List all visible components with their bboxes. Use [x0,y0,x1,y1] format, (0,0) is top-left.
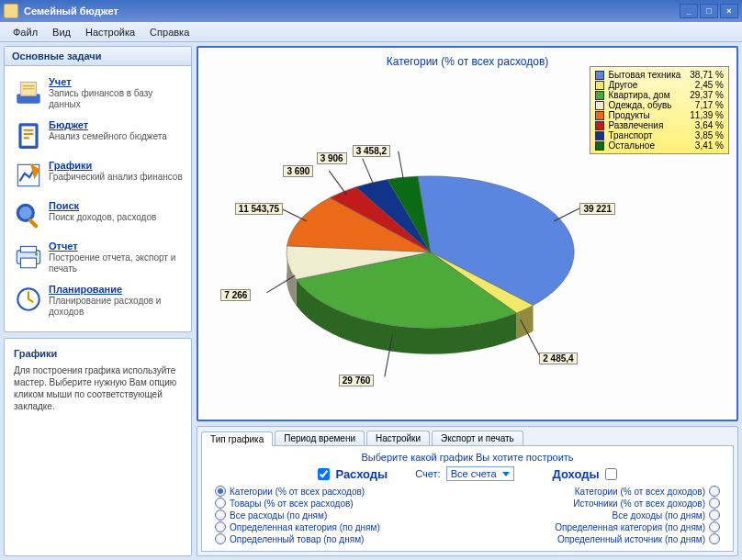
task-title: Планирование [49,284,184,295]
window-title: Семейный бюджет [24,6,118,17]
legend-item: Другое2,45 % [595,80,724,90]
svg-point-10 [35,252,38,255]
expenses-checkbox[interactable] [318,468,330,480]
tab-3[interactable]: Экспорт и печать [432,431,523,445]
option[interactable]: Все доходы (по дням) [467,510,724,521]
menu-help[interactable]: Справка [142,25,197,39]
radio[interactable] [709,533,720,544]
income-label: Доходы [553,467,600,481]
close-button[interactable]: × [720,4,738,18]
svg-line-18 [363,159,375,186]
legend-item: Остальное3,41 % [595,140,724,151]
option[interactable]: Определенный источник (по дням) [467,533,724,544]
controls-heading: Выберите какой график Вы хотите построит… [211,452,724,463]
radio[interactable] [215,486,226,497]
svg-point-5 [17,205,33,220]
svg-line-17 [329,171,346,195]
menubar: Файл Вид Настройка Справка [0,22,742,42]
tasks-list: УчетЗапись финансов в базу данныхБюджетА… [5,66,191,331]
tasks-header: Основные задачи [5,47,191,66]
account-label: Счет: [415,468,440,479]
task-desc: Графический анализ финансов [49,172,184,183]
legend-item: Развлечения3,64 % [595,120,724,130]
option[interactable]: Определенная категория (по дням) [467,521,724,532]
task-desc: Запись финансов в базу данных [49,88,184,110]
data-label: 39 221 [579,203,615,215]
maximize-button[interactable]: □ [700,4,718,18]
tab-1[interactable]: Период времени [275,431,365,445]
task-icon [12,200,45,231]
radio[interactable] [709,510,720,521]
task-title: Учет [49,76,184,87]
data-label: 29 760 [339,375,375,386]
option[interactable]: Определенная категория (по дням) [211,521,467,532]
radio[interactable] [709,521,720,532]
task-title: Поиск [49,200,184,211]
account-select[interactable]: Все счета [446,466,514,481]
menu-view[interactable]: Вид [45,25,78,39]
legend-item: Бытовая техника38,71 % [595,70,724,80]
radio[interactable] [215,521,226,532]
tab-2[interactable]: Настройки [366,431,430,445]
task-desc: Поиск доходов, расходов [49,212,184,223]
help-text: Для построения графика используйте масте… [14,364,182,412]
svg-rect-8 [21,246,37,252]
titlebar[interactable]: Семейный бюджет _ □ × [0,0,742,22]
menu-settings[interactable]: Настройка [78,25,142,39]
task-desc: Построение отчета, экспорт и печать [49,252,184,274]
app-window: Семейный бюджет _ □ × Файл Вид Настройка… [0,0,742,560]
data-label: 3 458,2 [353,145,390,157]
legend-item: Продукты11,39 % [595,110,724,120]
svg-line-16 [281,208,307,221]
task-icon [12,241,45,272]
legend-item: Транспорт3,85 % [595,130,724,140]
svg-line-19 [399,151,404,182]
chart-legend: Бытовая техника38,71 %Другое2,45 %Кварти… [590,66,729,154]
app-icon [4,4,18,18]
radio[interactable] [215,533,226,544]
radio[interactable] [215,498,226,509]
menu-file[interactable]: Файл [6,25,45,39]
radio[interactable] [709,486,720,497]
income-checkbox[interactable] [605,468,617,480]
svg-line-12 [554,208,579,221]
task-icon [12,284,45,315]
task-title: Бюджет [49,119,184,130]
expenses-label: Расходы [335,467,388,481]
task-icon [12,119,45,151]
task-поиск[interactable]: ПоискПоиск доходов, расходов [10,196,186,236]
task-icon [12,160,45,191]
option[interactable]: Категории (% от всех расходов) [211,486,467,497]
controls-panel: Тип графикаПериод времениНастройкиЭкспор… [197,426,738,556]
chart-panel: Категории (% от всех расходов) Бытовая т… [197,46,738,421]
task-бюджет[interactable]: БюджетАнализ семейного бюджета [10,115,186,155]
task-icon [12,76,45,107]
expense-options: Категории (% от всех расходов)Товары (% … [211,485,467,545]
task-учет[interactable]: УчетЗапись финансов в базу данных [10,72,186,115]
data-label: 11 543,75 [235,203,284,215]
minimize-button[interactable]: _ [680,4,698,18]
task-графики[interactable]: ГрафикиГрафический анализ финансов [10,155,186,196]
radio[interactable] [215,510,226,521]
tab-0[interactable]: Тип графика [201,431,273,446]
radio[interactable] [709,498,720,509]
option[interactable]: Товары (% от всех расходов) [211,498,467,509]
chart-title: Категории (% от всех расходов) [198,48,736,68]
data-label: 7 266 [220,289,251,301]
data-label: 2 485,4 [539,353,577,364]
task-планирование[interactable]: ПланированиеПланирование расходов и дохо… [10,279,186,322]
help-title: Графики [14,348,182,359]
legend-item: Одежда, обувь7,17 % [595,100,724,110]
task-desc: Анализ семейного бюджета [49,131,184,142]
task-title: Графики [49,160,184,171]
task-отчет[interactable]: ОтчетПостроение отчета, экспорт и печать [10,236,186,279]
svg-rect-9 [21,258,37,268]
option[interactable]: Все расходы (по дням) [211,510,467,521]
legend-item: Квартира, дом29,37 % [595,90,724,100]
tabstrip: Тип графикаПериод времениНастройкиЭкспор… [201,431,734,446]
option[interactable]: Источники (% от всех доходов) [467,498,724,509]
task-title: Отчет [49,241,184,252]
svg-rect-6 [28,218,39,229]
option[interactable]: Категории (% от всех доходов) [467,486,724,497]
option[interactable]: Определенный товар (по дням) [211,533,467,544]
